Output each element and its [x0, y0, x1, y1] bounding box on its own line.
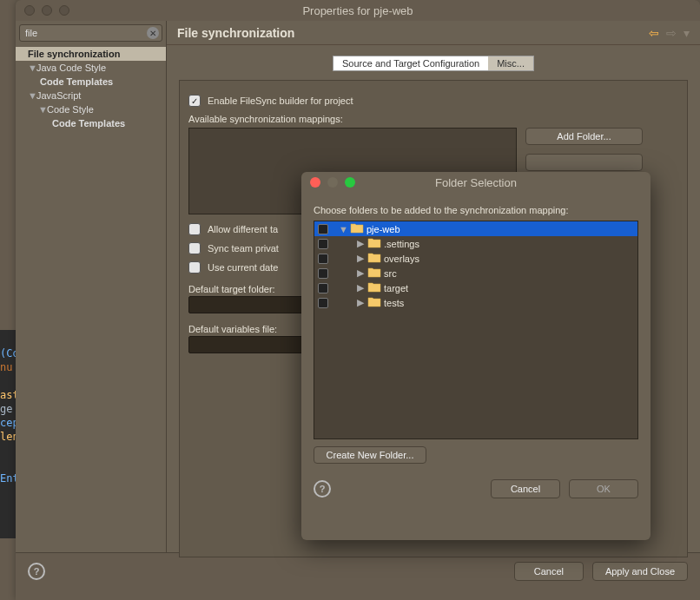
tab-source-target[interactable]: Source and Target Configuration: [333, 56, 488, 71]
allow-diff-label: Allow different ta: [208, 224, 278, 234]
sync-team-label: Sync team privat: [208, 243, 279, 254]
window-title: Properties for pje-web: [16, 4, 700, 17]
folder-tree-item[interactable]: ▶src: [314, 266, 637, 280]
folder-name: tests: [384, 298, 404, 308]
folder-name: src: [384, 268, 397, 279]
folder-tree[interactable]: ▼pje-web▶.settings▶overlays▶src▶target▶t…: [314, 221, 638, 439]
folder-checkbox[interactable]: [318, 239, 328, 249]
nav-back-icon[interactable]: ⇦: [649, 26, 659, 40]
folder-checkbox[interactable]: [318, 254, 328, 264]
folder-icon: [367, 252, 381, 265]
nav-tree-item[interactable]: ▼JavaScript: [16, 89, 166, 102]
chevron-right-icon[interactable]: ▶: [356, 267, 365, 279]
chevron-right-icon[interactable]: ▶: [356, 238, 365, 249]
folder-name: target: [384, 283, 408, 293]
left-pane: ✕ File synchronization▼Java Code StyleCo…: [16, 21, 167, 552]
nav-menu-icon[interactable]: ▾: [683, 26, 690, 40]
folder-checkbox[interactable]: [318, 298, 328, 308]
use-date-checkbox[interactable]: [188, 261, 201, 274]
page-title: File synchronization: [177, 26, 294, 40]
folder-icon: [350, 222, 364, 235]
chevron-right-icon[interactable]: ▶: [356, 253, 365, 264]
nav-tree[interactable]: File synchronization▼Java Code StyleCode…: [16, 45, 166, 130]
nav-tree-item[interactable]: ▼Code Style: [16, 102, 166, 116]
folder-icon: [367, 281, 381, 294]
nav-tree-item[interactable]: Code Templates: [16, 116, 166, 130]
chevron-down-icon[interactable]: ▼: [339, 224, 347, 234]
use-date-label: Use current date: [208, 262, 278, 273]
enable-checkbox[interactable]: ✓: [188, 95, 201, 107]
folder-name: .settings: [384, 239, 419, 249]
folder-tree-item[interactable]: ▶.settings: [314, 236, 637, 251]
folder-icon: [367, 296, 381, 309]
folder-checkbox[interactable]: [318, 224, 328, 234]
dialog-title: Folder Selection: [301, 176, 650, 189]
tab-bar: Source and Target ConfigurationMisc...: [167, 56, 700, 71]
folder-tree-item[interactable]: ▶overlays: [314, 251, 637, 266]
nav-tree-item[interactable]: Code Templates: [16, 75, 166, 89]
folder-name: pje-web: [367, 224, 400, 234]
nav-tree-item[interactable]: File synchronization: [16, 47, 166, 61]
titlebar: Properties for pje-web: [16, 0, 700, 21]
folder-tree-item[interactable]: ▶target: [314, 280, 637, 295]
allow-diff-checkbox[interactable]: [188, 223, 201, 235]
dialog-ok-button[interactable]: OK: [569, 479, 638, 498]
folder-checkbox[interactable]: [318, 268, 328, 279]
add-folder-button[interactable]: Add Folder...: [525, 128, 643, 145]
nav-forward-icon[interactable]: ⇨: [666, 26, 677, 40]
editor-background: (Co nu ast ge cep len Ent: [0, 330, 16, 538]
bottom-bar: ? Cancel Apply and Close: [16, 552, 700, 589]
filter-input[interactable]: [19, 24, 162, 42]
dialog-prompt: Choose folders to be added to the synchr…: [314, 205, 638, 215]
chevron-right-icon[interactable]: ▶: [356, 282, 365, 293]
cancel-button[interactable]: Cancel: [514, 562, 584, 581]
chevron-right-icon[interactable]: ▶: [356, 297, 365, 308]
folder-icon: [367, 267, 381, 280]
dialog-help-icon[interactable]: ?: [314, 480, 331, 498]
folder-name: overlays: [384, 254, 419, 264]
create-folder-button[interactable]: Create New Folder...: [314, 446, 426, 464]
available-label: Available synchronization mappings:: [188, 114, 678, 124]
folder-icon: [367, 237, 381, 250]
folder-tree-item[interactable]: ▶tests: [314, 295, 637, 310]
folder-selection-dialog: Folder Selection Choose folders to be ad…: [301, 172, 650, 540]
clear-filter-icon[interactable]: ✕: [147, 27, 159, 39]
sync-team-checkbox[interactable]: [188, 242, 201, 254]
folder-tree-item[interactable]: ▼pje-web: [314, 221, 637, 236]
tab-misc[interactable]: Misc...: [488, 56, 534, 71]
nav-tree-item[interactable]: ▼Java Code Style: [16, 61, 166, 75]
folder-checkbox[interactable]: [318, 283, 328, 293]
help-icon[interactable]: ?: [28, 563, 45, 580]
dialog-cancel-button[interactable]: Cancel: [491, 479, 560, 498]
side-button-2[interactable]: [525, 154, 643, 171]
enable-label: Enable FileSync builder for project: [208, 96, 353, 106]
apply-close-button[interactable]: Apply and Close: [592, 562, 688, 581]
